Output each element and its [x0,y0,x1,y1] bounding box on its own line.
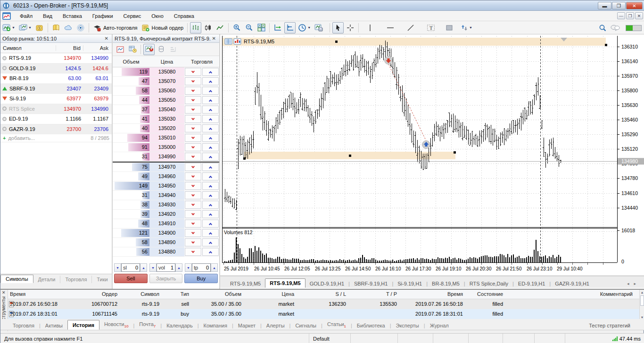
column-volume[interactable]: Объем [113,59,149,65]
trendline-tool-button[interactable] [405,22,416,33]
history-row-1[interactable]: 2019.07.26 16:50:18106700712rts-9.19sell… [8,299,639,309]
symbol-row-GOLD-9.19[interactable]: GOLD-9.191424.51424.6 [0,64,112,74]
strategy-tester-label[interactable]: Тестер стратегий [589,323,630,330]
history-table-header[interactable]: ВремяОрдерСимволТипОбъемЦенаS / LT / PВр… [8,290,639,299]
chart-tab-RTS-9.19,M5[interactable]: RTS-9.19,M5 [226,279,265,288]
tile-windows-button[interactable] [256,22,267,33]
arrows-tool-button[interactable]: ▼ [459,22,474,33]
history-column-Время[interactable]: Время [399,291,465,297]
dom-sell-button[interactable] [185,238,201,246]
text-tool-button[interactable]: T [425,22,437,33]
spinner-up-icon[interactable]: ▲ [211,263,218,272]
accounts-button[interactable]: $ [34,22,45,33]
dom-buy-button[interactable] [202,106,219,114]
bar-chart-mode-button[interactable] [190,22,201,33]
toolbox-tab-Статьи[interactable]: Статьи1 [322,319,351,330]
chart-tab-ED-9.19,H1[interactable]: ED-9.19,H1 [514,279,549,288]
dom-buy-button[interactable] [202,220,219,228]
mdi-restore-button[interactable]: ❐ [626,12,634,19]
dom-sell-button[interactable] [185,229,201,237]
dom-buy-button[interactable] [202,96,219,104]
toolbox-tab-Почта[interactable]: Почта7 [134,319,160,330]
dom-buy-button[interactable] [202,191,219,199]
crosshair-tool-button[interactable] [345,22,356,33]
spinner-field-sl[interactable]: sl0 [121,263,140,272]
dom-buy-button[interactable] [202,68,219,76]
dom-buy-button[interactable] [202,210,219,218]
market-watch-tab-Тики[interactable]: Тики [92,276,112,283]
dom-buy-button[interactable] [202,172,219,180]
dom-sell-button[interactable] [185,220,201,228]
history-column-Комментарий[interactable]: Комментарий [505,291,635,297]
dom-sell-button[interactable] [185,106,201,114]
toolbox-tab-Алерты[interactable]: Алерты [262,321,289,330]
dom-sell-button[interactable] [185,143,201,151]
chart-tab-SBRF-9.19,H1[interactable]: SBRF-9.19,H1 [350,279,392,288]
spinner-down-icon[interactable]: ▼ [114,263,121,272]
column-trade[interactable]: Торговля [184,59,219,65]
cursor-tool-button[interactable] [332,22,344,33]
scroll-up-icon[interactable]: ▲ [640,290,644,295]
toolbox-tab-Сигналы[interactable]: Сигналы [290,321,321,330]
chart-tab-BR-8.19,M5[interactable]: BR-8.19,M5 [428,279,464,288]
dom-buy-button[interactable] [202,115,219,123]
toolbox-tab-Календарь[interactable]: Календарь [162,321,198,330]
chat-button[interactable] [609,22,621,33]
cloud-button[interactable] [63,22,74,33]
chart-tab-RTS-9.19,M5[interactable]: RTS-9.19,M5 [265,278,305,288]
symbol-row-BR-8.19[interactable]: BR-8.1963.0063.01 [0,74,112,84]
chart-tab-GOLD-9.19,H1[interactable]: GOLD-9.19,H1 [305,279,348,288]
symbol-row-SBRF-9.19[interactable]: SBRF-9.192340723409 [0,84,112,94]
dom-sell-button[interactable] [185,68,201,76]
dom-sell-button[interactable] [185,134,201,142]
profiles-button[interactable]: ▼ [17,22,33,33]
dom-sell-button[interactable] [185,201,201,209]
minimize-button[interactable]: ▬ [598,2,611,9]
add-symbol-label[interactable]: добавить... [8,135,35,141]
status-profile[interactable]: Default [309,334,351,343]
menu-item-Файл[interactable]: Файл [15,12,38,20]
autoscroll-button[interactable] [272,22,283,33]
books-button[interactable] [50,22,62,33]
horizontal-line-tool-button[interactable] [385,22,396,33]
history-column-Цена[interactable]: Цена [243,291,296,297]
toolbox-tab-Библиотека[interactable]: Библиотека [352,321,390,330]
market-watch-tab-Торговля[interactable]: Торговля [60,276,92,283]
dom-sell-button[interactable] [185,77,201,85]
symbol-row-RTS-9.19[interactable]: RTS-9.19134970134990 [0,53,112,64]
dom-chart-mode-button[interactable] [143,44,155,55]
menu-item-Сервис[interactable]: Сервис [118,12,147,20]
dom-buy-button[interactable] [202,153,219,161]
zoom-in-button[interactable] [231,22,242,33]
history-column-S / L[interactable]: S / L [296,291,348,297]
spinner-down-icon[interactable]: ▼ [185,263,192,272]
vertical-line-tool-button[interactable] [364,22,376,33]
symbol-row-RTS Splice[interactable]: RTS Splice134970134990 [0,104,112,114]
history-column-Время[interactable]: Время [8,291,83,297]
toolbox-tab-Торговля[interactable]: Торговля [8,321,39,330]
timeframes-button[interactable]: ▼ [297,22,312,33]
column-price[interactable]: Цена [149,59,184,65]
column-bid[interactable]: Bid [56,45,83,51]
history-scrollbar[interactable]: ▲ ▼ [639,290,644,320]
chart-tab-GAZR-9.19,H1[interactable]: GAZR-9.19,H1 [551,279,594,288]
broadcast-button[interactable] [75,22,86,33]
dom-buy-button[interactable] [202,182,219,190]
dom-sell-button[interactable] [185,191,201,199]
search-button[interactable] [597,22,608,33]
history-column-Символ[interactable]: Символ [119,291,161,297]
spinner-down-icon[interactable]: ▼ [149,263,157,272]
dom-buy-button[interactable] [202,201,219,209]
add-symbol-row[interactable]: + добавить... 8 / 2985 [0,134,112,142]
toolbox-tab-Маркет[interactable]: Маркет [233,321,260,330]
dom-buy-button[interactable] [202,134,219,142]
dom-buy-button[interactable] [202,87,219,95]
column-ask[interactable]: Ask [83,45,111,51]
history-column-T / P[interactable]: T / P [348,291,399,297]
toolbox-tab-Новости[interactable]: Новости10 [99,319,133,330]
chart-canvas[interactable]: 1363101361401359701358001356301354601352… [220,34,644,276]
history-column-Объем[interactable]: Объем [191,291,243,297]
toolbox-tab-Компания[interactable]: Компания [199,321,232,330]
spinner-field-vol[interactable]: vol1 [157,263,175,272]
spinner-field-tp[interactable]: tp0 [192,263,211,272]
